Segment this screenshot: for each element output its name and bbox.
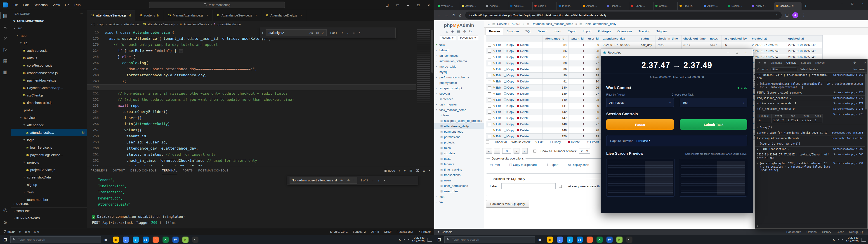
table-item-user_permissions[interactable]: ▦user_permissions <box>434 183 484 188</box>
editor-tab-manualattendance.js[interactable]: JSManualAttendance.js× <box>164 10 213 21</box>
status-error[interactable]: ⊗0 <box>25 230 30 233</box>
layout-sidebar-icon[interactable]: ▭ <box>393 0 403 10</box>
console-label[interactable]: Console <box>442 230 453 234</box>
forward-icon[interactable]: → <box>444 13 448 18</box>
row-action-edit[interactable]: ✎ Edit <box>493 67 501 71</box>
devtools-tab-sources[interactable]: Sources <box>799 59 813 66</box>
database-item-mysql[interactable]: ▸mysql <box>434 69 484 74</box>
tray-network-icon[interactable] <box>838 239 839 240</box>
tree-item-sqlclient-js[interactable]: JSsqlClient.js <box>11 92 87 99</box>
row-action-copy[interactable]: ❏ Copy <box>504 80 514 83</box>
row-action-copy[interactable]: ❏ Copy <box>504 49 514 53</box>
row-checkbox[interactable] <box>488 135 491 138</box>
column-header-attendance_id[interactable]: attendance_id <box>543 35 569 42</box>
database-item-bd_sentences[interactable]: ▸bd_sentences <box>434 53 484 58</box>
row-action-edit[interactable]: ✎ Edit <box>493 61 501 65</box>
minimize-button[interactable]: – <box>723 49 733 56</box>
sidebar-section-outline[interactable]: ›OUTLINE <box>11 200 87 207</box>
breadcrumb-item[interactable]: app <box>99 23 104 26</box>
action-center-icon[interactable] <box>427 238 432 242</box>
browser-tab[interactable]: Deskto… <box>726 2 750 10</box>
panel-tab-postman-console[interactable]: POSTMAN CONSOLE <box>198 166 228 175</box>
console-log-entry[interactable]: Existing Attendance Records:ScreenshotAp… <box>755 136 865 141</box>
check-all-label[interactable]: Check all <box>495 140 507 144</box>
devtools-scrollbar[interactable] <box>865 73 867 110</box>
row-checkbox[interactable] <box>488 68 491 71</box>
address-bar[interactable]: localhost/phpmyadmin/index.php?route=/sq… <box>465 11 782 19</box>
page-prev-button[interactable]: ‹ <box>494 148 500 154</box>
row-action-copy[interactable]: ❏ Copy <box>504 67 514 71</box>
menu-selection[interactable]: Selection <box>31 0 50 10</box>
task-select[interactable]: Test ∨ <box>680 98 747 107</box>
row-action-edit[interactable]: ✎ Edit <box>493 104 501 108</box>
breadcrumb-link[interactable]: Table: attendance_daily <box>584 22 616 26</box>
new-tab-button[interactable]: + <box>802 3 809 9</box>
source-link[interactable]: ScreenshotApp.js:360 <box>832 73 863 77</box>
browser-tab[interactable]: Login |… <box>532 2 557 10</box>
show-all-label[interactable]: Show all <box>540 149 552 153</box>
database-item-performance_schema[interactable]: ▸performance_schema <box>434 74 484 80</box>
tray-volume-icon[interactable] <box>842 239 843 240</box>
maximize-button[interactable]: □ <box>847 0 858 7</box>
bookmark-label-input[interactable] <box>501 183 556 189</box>
console-prompt[interactable]: › <box>755 223 867 228</box>
reload-icon[interactable]: ↻ <box>452 13 456 18</box>
row-checkbox[interactable] <box>488 117 491 120</box>
browser-tab[interactable]: (5) Arv… <box>629 2 653 10</box>
pma-tab-export[interactable]: Export <box>564 28 580 35</box>
close-tab-icon[interactable]: × <box>792 4 794 7</box>
row-action-edit[interactable]: ✎ Edit <box>493 122 501 126</box>
tree-item-crondatabasedata-js[interactable]: JScrondatabasedata.js <box>11 69 87 77</box>
profile-avatar[interactable]: A <box>792 12 798 18</box>
menu-go[interactable]: Go <box>62 0 72 10</box>
tray-volume-icon[interactable] <box>408 239 409 240</box>
devtools-menu-icon[interactable]: ⋮ <box>859 61 862 64</box>
source-link[interactable]: ScreenshotApp.js:360 <box>832 153 863 156</box>
terminal-find-input[interactable]: Non-admin upsert attendance_d Aa ab .* <box>289 177 358 184</box>
split-terminal-icon[interactable]: ▥ <box>409 169 412 172</box>
whole-word-icon[interactable]: ab <box>346 179 350 182</box>
console-filter-input[interactable]: Filter <box>770 67 798 71</box>
column-header-status[interactable]: status <box>639 35 656 42</box>
check-all-checkbox[interactable] <box>486 141 489 144</box>
editor-scrollbar[interactable] <box>431 30 433 73</box>
column-header-tenant_id[interactable]: tenant_id <box>569 35 586 42</box>
database-item-scraped_chatgpt[interactable]: ▸scraped_chatgpt <box>434 85 484 91</box>
taskbar-icon-edge[interactable]: e <box>131 235 141 244</box>
database-item-v4[interactable]: ▸v4 <box>434 199 484 205</box>
source-link[interactable]: ScreenshotApp.js:309 <box>832 148 863 150</box>
source-link[interactable]: ScreenshotApp.js:275 <box>832 91 863 94</box>
account-icon[interactable]: ◎ <box>0 204 11 216</box>
bookmark-submit-button[interactable]: Bookmark this SQL query <box>486 200 529 208</box>
tree-item-projectservice-js[interactable]: JSprojectService.js <box>11 166 87 174</box>
source-link[interactable]: ScreenshotApp.js:1066 <box>830 137 863 140</box>
row-action-edit[interactable]: ✎ Edit <box>493 55 501 59</box>
tree-item-attendancese-[interactable]: JSattendanceSe...M <box>11 129 87 136</box>
console-link-history[interactable]: History <box>822 230 831 234</box>
tree-item-auth-server-js[interactable]: JSauth-server.js <box>11 47 87 54</box>
pma-tab-import[interactable]: Import <box>580 28 594 35</box>
page-first-button[interactable]: « <box>486 148 492 154</box>
panel-tab-terminal[interactable]: TERMINAL <box>162 166 177 175</box>
taskbar-search[interactable] <box>444 236 535 243</box>
row-action-copy[interactable]: ❏ Copy <box>504 98 514 101</box>
tree-item-attendance[interactable]: ∨attendance <box>11 121 87 129</box>
column-header-check_in_time[interactable]: check_in_time <box>656 35 682 42</box>
taskbar-icon-vscode[interactable]: VS <box>141 235 151 244</box>
code-editor[interactable]: 15export class AttendanceService {175 as… <box>87 28 434 166</box>
table-item-permissions[interactable]: ▦permissions <box>434 134 484 140</box>
table-item-time_tracking[interactable]: ▦time_tracking <box>434 167 484 172</box>
row-action-edit[interactable]: ✎ Edit <box>493 116 501 120</box>
tree-item-paymentcommonapp-[interactable]: JSPaymentCommonApp... <box>11 84 87 92</box>
row-action-copy[interactable]: ❏ Copy <box>504 135 514 138</box>
console-log-entry[interactable]: Current Date for Attendance Check: 2026-… <box>755 130 865 136</box>
console-log-entry[interactable]: active_session_seconds: 2ScreenshotApp.j… <box>755 101 865 106</box>
database-item-information_schema[interactable]: ▸information_schema <box>434 58 484 64</box>
ops-export[interactable]: ⇑ Export <box>546 163 558 166</box>
console-menu-icon[interactable]: ≡ <box>438 230 439 234</box>
extensions-icon[interactable]: ▦ <box>0 55 11 66</box>
sidebar-section-timeline[interactable]: ›TIMELINE <box>11 207 87 215</box>
expand-caret-icon[interactable]: ▸ <box>757 162 758 165</box>
start-button[interactable]: ⊞ <box>434 235 444 244</box>
row-action-delete[interactable]: ✖ Delete <box>517 116 529 120</box>
